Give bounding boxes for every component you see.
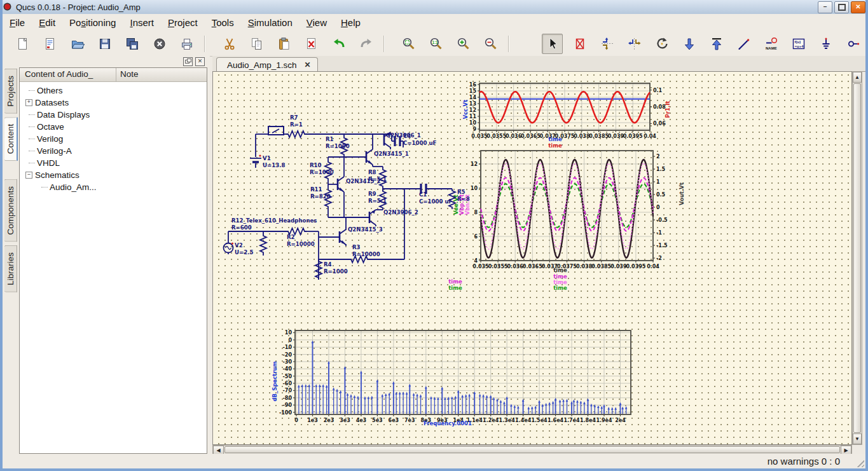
scroll-down-button[interactable]: ▼: [853, 433, 862, 444]
pop-out-subcircuit-icon: [710, 37, 724, 51]
svg-text:2e3: 2e3: [324, 418, 334, 423]
tree-item-verilog-a[interactable]: Verilog-A: [20, 145, 207, 157]
file-close-button[interactable]: [149, 34, 170, 54]
sidebar-tab-components[interactable]: Components: [4, 179, 17, 242]
delete-button[interactable]: [301, 34, 322, 54]
menu-edit[interactable]: Edit: [32, 15, 62, 30]
schematic-scene[interactable]: 0.0350.03550.0360.03650.0370.03750.0380.…: [212, 71, 852, 445]
tree-header[interactable]: Content of Audio_ Note: [20, 68, 207, 82]
circuit[interactable]: R7R=1R1R=1000R10R=1000R11R=820R8R=5.1R9R…: [224, 114, 470, 280]
insert-equation-button[interactable]: f(u)=u+4: [788, 34, 809, 54]
insert-wire-label-button[interactable]: NAME: [761, 34, 782, 54]
tree-item-audio-am-[interactable]: Audio_Am...: [20, 181, 207, 193]
insert-ground-button[interactable]: [815, 34, 836, 54]
tree-header-col2[interactable]: Note: [116, 68, 207, 81]
redo-button[interactable]: [355, 34, 376, 54]
paste-button[interactable]: [273, 34, 294, 54]
minimize-button[interactable]: –: [818, 1, 832, 13]
zoom-1-1-button[interactable]: 1:1: [425, 34, 446, 54]
resistor-R10[interactable]: R10R=1000: [310, 160, 334, 181]
svg-text:1.6e4: 1.6e4: [548, 418, 564, 423]
sidebar-tab-libraries[interactable]: Libraries: [4, 245, 17, 292]
insert-wire-button[interactable]: [733, 34, 754, 54]
schematic-canvas[interactable]: 0.0350.03550.0360.03650.0370.03750.0380.…: [212, 71, 852, 445]
maximize-button[interactable]: [834, 1, 849, 13]
transistor-Q2N3415_2[interactable]: Q2N3415_2: [338, 177, 381, 192]
diagram-vcc-pr1-time[interactable]: 0.0350.03550.0360.03650.0370.03750.0380.…: [462, 82, 671, 149]
rotate-button[interactable]: [651, 34, 672, 54]
zoom-fit-button[interactable]: [398, 34, 419, 54]
svg-text:0.1: 0.1: [653, 88, 663, 93]
svg-text:R10: R10: [310, 162, 322, 168]
tree-header-col1[interactable]: Content of Audio_: [20, 68, 116, 81]
tree-item-data-displays[interactable]: Data Displays: [20, 109, 207, 121]
titlebar[interactable]: Qucs 0.0.18 - Project: Audio_Amp – ✕: [0, 0, 868, 15]
dock-close-button[interactable]: ✕: [195, 57, 205, 66]
tree-item-verilog[interactable]: Verilog: [20, 133, 207, 145]
horizontal-scroll-thumb[interactable]: [224, 446, 840, 453]
menu-simulation[interactable]: Simulation: [241, 15, 300, 30]
menu-insert[interactable]: Insert: [123, 15, 161, 30]
tab-close-icon[interactable]: ✕: [305, 60, 311, 69]
mirror-x-icon: [600, 37, 614, 51]
sidebar-tab-projects[interactable]: Projects: [4, 69, 17, 114]
probe-Pr1[interactable]: [268, 126, 284, 135]
tab-audio-amp-1-sch[interactable]: Audio_Amp_1.sch ✕: [216, 57, 318, 72]
tree-item-others[interactable]: Others: [20, 85, 207, 97]
file-new-button[interactable]: [12, 34, 33, 54]
resistor-R9[interactable]: R9R=5.1: [368, 189, 387, 210]
tree-item-octave[interactable]: Octave: [20, 121, 207, 133]
mirror-y-button[interactable]: [624, 34, 645, 54]
go-into-subcircuit-button[interactable]: [679, 34, 699, 54]
copy-button[interactable]: [246, 34, 267, 54]
scroll-up-button[interactable]: ▲: [853, 72, 862, 83]
svg-text:1.5e4: 1.5e4: [532, 418, 548, 423]
file-save-all-button[interactable]: [121, 34, 142, 54]
expand-icon[interactable]: +: [25, 99, 32, 106]
print-button[interactable]: [176, 34, 197, 54]
cut-button[interactable]: [219, 34, 240, 54]
resistor-R1[interactable]: R1R=1000: [326, 136, 350, 156]
svg-text:R3: R3: [352, 244, 361, 250]
select-button[interactable]: [542, 34, 563, 54]
svg-text:12: 12: [471, 161, 478, 167]
file-save-button[interactable]: [94, 34, 115, 54]
close-button[interactable]: ✕: [851, 1, 865, 13]
vertical-scrollbar[interactable]: ▲ ▼: [852, 71, 862, 445]
undo-button[interactable]: [328, 34, 349, 54]
tree-item-schematics[interactable]: −Schematics: [20, 169, 207, 181]
pop-out-subcircuit-button[interactable]: [706, 34, 727, 54]
menu-file[interactable]: File: [3, 15, 32, 30]
resistor-R4[interactable]: R4R=1000: [315, 259, 348, 280]
horizontal-scrollbar[interactable]: ◀ ▶: [212, 445, 852, 454]
resistor-R7[interactable]: R7R=1: [286, 114, 307, 137]
file-open-button[interactable]: [67, 34, 88, 54]
zoom-out-button[interactable]: [480, 34, 501, 54]
zoom-in-button[interactable]: [453, 34, 474, 54]
tree-item-datasets[interactable]: +Datasets: [20, 97, 207, 109]
collapse-icon[interactable]: −: [25, 172, 32, 179]
menu-positioning[interactable]: Positioning: [62, 15, 123, 30]
vertical-scroll-thumb[interactable]: [853, 83, 861, 433]
svg-text:0.039: 0.039: [610, 264, 627, 270]
svg-text:0: 0: [294, 418, 298, 423]
menu-tools[interactable]: Tools: [205, 15, 241, 30]
menu-project[interactable]: Project: [161, 15, 205, 30]
diagram-spectrum[interactable]: 01e32e33e34e35e36e37e38e39e31e41.1e41.2e…: [272, 330, 631, 427]
menu-help[interactable]: Help: [334, 15, 368, 30]
file-new-text-button[interactable]: [39, 34, 60, 54]
sidebar-tab-content[interactable]: Content: [4, 117, 18, 161]
svg-text:time: time: [448, 285, 462, 291]
mirror-x-button[interactable]: [596, 34, 617, 54]
insert-port-button[interactable]: [843, 34, 864, 54]
dock-float-button[interactable]: [183, 57, 193, 66]
capacitor-C1[interactable]: C1C=1000 uF: [419, 184, 453, 205]
transistor-Q2N3906_2[interactable]: Q2N3906_2: [369, 209, 418, 225]
tree-item-vhdl[interactable]: VHDL: [20, 157, 207, 169]
resistor-R11[interactable]: R11R=820: [310, 186, 331, 208]
deactivate-button[interactable]: [569, 34, 590, 54]
resize-grip[interactable]: [855, 458, 864, 467]
diagram-vout-time[interactable]: 0.0350.03550.0360.03650.0370.03750.0380.…: [448, 151, 685, 291]
transistor-Q2N3415_1[interactable]: Q2N3415_1: [366, 149, 409, 165]
menu-view[interactable]: View: [300, 15, 334, 30]
